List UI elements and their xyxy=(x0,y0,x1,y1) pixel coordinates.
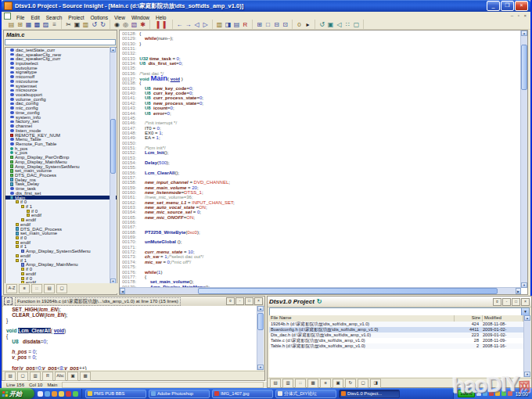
input-method-indicator[interactable]: 100% xyxy=(458,390,474,397)
go-back-icon[interactable]: ← xyxy=(175,20,184,29)
scroll-down-icon[interactable]: ▼ xyxy=(521,282,527,288)
code-line[interactable] xyxy=(6,345,257,350)
pin-button[interactable]: ¤ xyxy=(493,298,501,306)
im-tray-icon[interactable] xyxy=(495,391,500,396)
scroll-thumb[interactable] xyxy=(257,313,264,330)
input-method-icon[interactable] xyxy=(501,391,506,396)
link-window-icon[interactable]: ▤ xyxy=(5,372,16,381)
grid-view-icon[interactable]: ∷ xyxy=(295,379,306,388)
code-line[interactable]: v_pos = 0; xyxy=(6,355,257,361)
antivirus-icon[interactable] xyxy=(489,391,494,396)
start-button[interactable]: 开始 xyxy=(0,388,34,399)
undo-icon[interactable]: ↺ xyxy=(90,20,99,29)
jump-caller-icon[interactable]: ◁ xyxy=(192,20,201,29)
scroll-down-icon[interactable]: ▼ xyxy=(257,365,264,370)
file-row[interactable]: Table.c (d:\家庭影院功放\dts_soft\dts_amp_v1.0… xyxy=(269,338,523,343)
scroll-right-icon[interactable]: ▶ xyxy=(516,288,521,294)
taskbar-button[interactable]: Dtsv1.0 Project... xyxy=(339,390,400,398)
taskbar-button[interactable]: 分体式_DIY论坛 xyxy=(275,390,336,398)
pin-button[interactable]: ¤ xyxy=(226,297,235,305)
cascade-icon[interactable]: ⊡ xyxy=(281,20,289,29)
book-symbols-icon[interactable]: ▤ xyxy=(44,284,55,293)
replace-icon[interactable]: ✱ xyxy=(138,20,147,29)
copy-icon[interactable]: ▣ xyxy=(73,20,81,29)
column-size[interactable]: Size xyxy=(455,315,483,322)
code-editor[interactable]: 00128:{00129: while(num--);00130:}00131:… xyxy=(119,30,528,295)
editor-horizontal-scrollbar[interactable]: ◀ ▶ xyxy=(120,287,521,294)
back-history-icon[interactable]: ↺ xyxy=(318,20,326,29)
relation-window-icon[interactable]: ▤ xyxy=(232,20,241,29)
code-line[interactable]: void Lcm_ClearAll( void) xyxy=(6,329,257,334)
jump-callee-icon[interactable]: ▷ xyxy=(201,20,210,29)
media-player-icon[interactable] xyxy=(52,391,57,397)
file-row[interactable]: Boardconfig.h (d:\家庭影院功放\dts_soft\dts_am… xyxy=(269,327,523,332)
options-window-icon[interactable]: ▢ xyxy=(352,20,361,29)
book-view-icon[interactable]: ▦ xyxy=(307,379,318,388)
keyword-search-icon[interactable]: Abc xyxy=(55,372,66,381)
properties-icon[interactable]: ∷ xyxy=(343,20,352,29)
project-scrollbar[interactable]: ▲ ▼ xyxy=(523,315,530,377)
close-button[interactable]: × xyxy=(254,297,263,305)
cut-icon[interactable]: ✂ xyxy=(64,20,73,29)
network-icon[interactable] xyxy=(483,391,487,396)
mdi-child-controls[interactable]: ‒ ▫ × xyxy=(511,13,528,18)
scroll-thumb[interactable] xyxy=(110,119,116,174)
volume-icon[interactable] xyxy=(476,391,481,396)
project-window-titlebar[interactable]: Dtsv1.0 Project ↻ ¤ - □ × xyxy=(268,297,531,307)
find-reference-icon[interactable]: ◎ xyxy=(121,20,130,29)
my-computer-icon[interactable] xyxy=(59,391,64,397)
shrink-window-icon[interactable]: ◁ xyxy=(335,20,343,29)
scroll-down-icon[interactable]: ▼ xyxy=(524,372,530,377)
minimize-button[interactable]: - xyxy=(235,297,244,305)
context-window-icon[interactable]: ◨ xyxy=(224,20,232,29)
highlight-word-icon[interactable]: 0 xyxy=(295,20,304,29)
run-macro-icon[interactable]: R xyxy=(241,20,250,29)
add-file-icon[interactable]: ▤ xyxy=(270,379,281,388)
scroll-left-icon[interactable]: ◀ xyxy=(120,288,125,294)
scroll-up-icon[interactable]: ▲ xyxy=(257,306,264,311)
redo-icon[interactable]: ↻ xyxy=(99,20,107,29)
symbol-list-scrollbar[interactable]: ▲ ▼ xyxy=(110,47,116,284)
book-view-icon[interactable]: ▥ xyxy=(30,372,41,381)
paste-icon[interactable]: ▥ xyxy=(81,20,90,29)
window-props-icon[interactable]: ▦ xyxy=(80,372,91,381)
qq-icon[interactable] xyxy=(66,391,71,397)
indent-left-icon[interactable]: ▐ xyxy=(153,20,161,29)
indent-right-icon[interactable]: ▌ xyxy=(161,20,170,29)
maximize-button[interactable]: □ xyxy=(512,298,520,306)
flat-list-view-icon[interactable]: ≡ xyxy=(19,284,30,293)
scroll-up-icon[interactable]: ▲ xyxy=(521,31,527,36)
save-all-icon[interactable]: ▩ xyxy=(33,20,41,29)
minimize-button[interactable]: - xyxy=(502,298,511,306)
symbol-browser-icon[interactable]: ▥ xyxy=(215,20,224,29)
split-window-icon[interactable]: ⊟ xyxy=(272,20,281,29)
taskbar-button[interactable]: Adobe Photoshop xyxy=(149,390,210,398)
file-row[interactable]: Table.h (d:\家庭影院功放\dts_soft\dts_amp_v1.0… xyxy=(269,343,523,349)
scroll-up-icon[interactable]: ▲ xyxy=(110,47,116,52)
code-line[interactable]: h_pos = 0; xyxy=(6,350,257,355)
safety-center-icon[interactable] xyxy=(508,391,512,396)
close-button[interactable]: × xyxy=(521,298,530,306)
zoom-window-icon[interactable]: ▣ xyxy=(326,20,335,29)
function-scrollbar[interactable]: ▲ ▼ xyxy=(257,306,264,370)
open-folder-icon[interactable]: ▣ xyxy=(332,379,343,388)
find-in-files-icon[interactable]: ▧ xyxy=(130,20,138,29)
sort-alphabetic-icon[interactable]: A-Z xyxy=(6,284,17,293)
scroll-thumb[interactable] xyxy=(198,288,498,294)
synchronize-icon[interactable]: ↻ xyxy=(345,379,356,388)
ie-browser-icon[interactable] xyxy=(45,391,50,397)
book-list-icon[interactable]: ▥ xyxy=(282,379,293,388)
scroll-thumb[interactable] xyxy=(521,45,527,90)
messenger-icon[interactable] xyxy=(73,391,78,397)
minimize-button[interactable]: _ xyxy=(487,1,500,11)
save-copy-icon[interactable]: ▨ xyxy=(41,20,50,29)
new-file-icon[interactable]: ▤ xyxy=(7,20,16,29)
code-line[interactable]: for(v_pos=0;v_pos<8;v_pos++) xyxy=(6,366,257,370)
column-file-name[interactable]: File Name xyxy=(269,315,455,322)
file-row[interactable]: Dts_dac.h (d:\家庭影院功放\dts_soft\dts_amp_v1… xyxy=(269,332,523,338)
clone-window-icon[interactable]: ▢ xyxy=(56,284,67,293)
function-code-view[interactable]: SET_HIGH(lcm_EN); CLEAR_LOW(lcm_EN);}voi… xyxy=(3,306,257,370)
code-line[interactable]: } xyxy=(6,318,257,324)
taskbar-clock[interactable]: 15:00 xyxy=(514,391,530,397)
save-file-icon[interactable]: ▦ xyxy=(24,20,33,29)
